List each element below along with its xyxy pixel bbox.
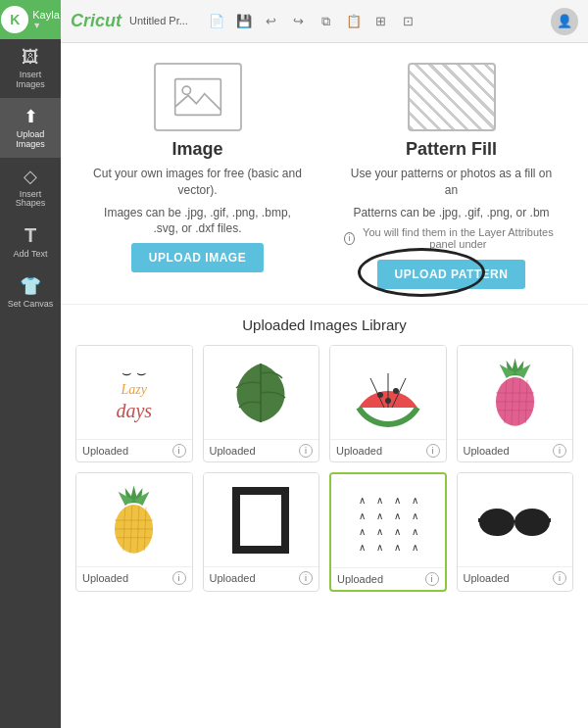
info-button-6[interactable]: i — [299, 571, 313, 585]
image-card-3[interactable]: Uploaded i — [329, 345, 447, 462]
sidebar-item-upload-images[interactable]: ⬆ UploadImages — [0, 98, 61, 158]
pattern-dots-icon: ∧ ∧ ∧ ∧ ∧ ∧ ∧ ∧ ∧ ∧ ∧ ∧ ∧ ∧ ∧ — [349, 482, 427, 560]
insert-images-icon: 🖼 — [22, 47, 39, 68]
sidebar: K Kayla ▼ 🖼 InsertImages ⬆ UploadImages … — [0, 0, 61, 728]
file-icon[interactable]: 📄 — [206, 11, 227, 32]
image-upload-option: Image Cut your own images for free (basi… — [90, 63, 305, 289]
image-thumb-6 — [204, 473, 319, 566]
sidebar-item-add-text[interactable]: T Add Text — [0, 217, 61, 267]
svg-text:∧: ∧ — [394, 510, 401, 521]
copy-icon[interactable]: ⧉ — [316, 11, 337, 32]
image-label-8: Uploaded — [464, 572, 510, 584]
svg-text:∧: ∧ — [359, 495, 366, 506]
toolbar: Cricut Untitled Pr... 📄 💾 ↩ ↪ ⧉ 📋 ⊞ ⊡ 👤 — [61, 0, 588, 43]
image-label-1: Uploaded — [82, 445, 128, 457]
svg-text:∧: ∧ — [376, 510, 383, 521]
pattern-icon-box — [408, 63, 496, 131]
pattern-title: Pattern Fill — [406, 139, 497, 160]
image-icon-box — [154, 63, 242, 131]
image-thumb-7: ∧ ∧ ∧ ∧ ∧ ∧ ∧ ∧ ∧ ∧ ∧ ∧ ∧ ∧ ∧ — [331, 474, 445, 567]
lazy-days-art: ⌣ ⌣ Lazy days — [116, 364, 152, 422]
upload-image-button[interactable]: UPLOAD IMAGE — [131, 243, 264, 272]
image-card-5[interactable]: Uploaded i — [75, 472, 193, 592]
image-card-footer-6: Uploaded i — [204, 566, 319, 589]
extra-icon[interactable]: ⊡ — [398, 11, 419, 32]
app-logo: Cricut — [71, 11, 122, 31]
upload-pattern-wrapper: UPLOAD PATTERN — [377, 260, 526, 289]
info-button-2[interactable]: i — [299, 444, 313, 458]
paste-icon[interactable]: 📋 — [343, 11, 365, 32]
toolbar-actions: 📄 💾 ↩ ↪ ⧉ 📋 ⊞ ⊡ — [206, 11, 419, 32]
sidebar-label-insert-images: InsertImages — [16, 71, 45, 90]
image-card-footer-8: Uploaded i — [458, 566, 573, 589]
image-card-footer-1: Uploaded i — [76, 439, 192, 461]
svg-text:∧: ∧ — [376, 526, 383, 537]
image-thumb-8 — [458, 473, 573, 566]
info-button-7[interactable]: i — [425, 572, 439, 586]
svg-text:∧: ∧ — [412, 510, 418, 521]
svg-text:∧: ∧ — [412, 526, 418, 537]
pattern-upload-option: Pattern Fill Use your patterns or photos… — [344, 63, 559, 289]
svg-text:∧: ∧ — [394, 526, 401, 537]
image-thumb-2 — [204, 346, 319, 439]
image-card-footer-2: Uploaded i — [204, 439, 319, 461]
info-button-4[interactable]: i — [553, 444, 566, 458]
image-card-8[interactable]: Uploaded i — [457, 472, 574, 592]
upload-options: Image Cut your own images for free (basi… — [90, 63, 559, 289]
image-card-4[interactable]: Uploaded i — [457, 345, 574, 462]
redo-icon[interactable]: ↪ — [288, 11, 310, 32]
upload-section: Image Cut your own images for free (basi… — [61, 43, 588, 305]
info-button-3[interactable]: i — [426, 444, 440, 458]
image-desc: Cut your own images for free (basic and … — [90, 166, 305, 199]
sidebar-item-set-canvas[interactable]: 👕 Set Canvas — [0, 267, 61, 317]
svg-text:∧: ∧ — [359, 526, 366, 537]
svg-point-5 — [377, 392, 383, 398]
user-profile[interactable]: K Kayla ▼ — [0, 0, 61, 39]
sidebar-label-set-canvas: Set Canvas — [8, 300, 54, 310]
svg-point-6 — [393, 388, 399, 394]
svg-rect-24 — [236, 491, 285, 550]
library-title: Uploaded Images Library — [75, 316, 573, 333]
image-card-7[interactable]: ∧ ∧ ∧ ∧ ∧ ∧ ∧ ∧ ∧ ∧ ∧ ∧ ∧ ∧ ∧ — [329, 472, 447, 592]
user-name: Kayla — [32, 9, 60, 21]
leaf-icon — [221, 354, 300, 432]
image-card-footer-7: Uploaded i — [331, 567, 445, 590]
sidebar-item-insert-images[interactable]: 🖼 InsertImages — [0, 39, 61, 98]
pattern-formats: Patterns can be .jpg, .gif, .png, or .bm — [353, 205, 549, 221]
upload-pattern-button[interactable]: UPLOAD PATTERN — [377, 260, 526, 289]
image-label-3: Uploaded — [336, 445, 382, 457]
save-icon[interactable]: 💾 — [233, 11, 255, 32]
info-button-8[interactable]: i — [553, 571, 566, 585]
image-card-1[interactable]: ⌣ ⌣ Lazy days Uploaded i — [75, 345, 193, 462]
insert-shapes-icon: ◇ — [24, 166, 37, 187]
app-title: Untitled Pr... — [129, 16, 188, 26]
pineapple-yellow-icon — [99, 481, 169, 559]
svg-text:∧: ∧ — [412, 542, 418, 553]
sidebar-label-upload-images: UploadImages — [16, 130, 45, 150]
svg-text:∧: ∧ — [394, 495, 401, 506]
set-canvas-icon: 👕 — [20, 275, 41, 297]
sidebar-label-add-text: Add Text — [14, 250, 48, 260]
image-label-7: Uploaded — [337, 573, 383, 585]
info-button-1[interactable]: i — [172, 444, 186, 458]
sidebar-item-insert-shapes[interactable]: ◇ InsertShapes — [0, 158, 61, 218]
svg-rect-0 — [174, 79, 220, 116]
image-formats: Images can be .jpg, .gif, .png, .bmp, .s… — [90, 205, 305, 238]
image-thumb-4 — [458, 346, 573, 439]
image-card-footer-4: Uploaded i — [458, 439, 573, 461]
image-label-2: Uploaded — [210, 445, 256, 457]
undo-icon[interactable]: ↩ — [261, 11, 282, 32]
svg-text:∧: ∧ — [359, 542, 366, 553]
image-label-6: Uploaded — [210, 572, 256, 584]
image-card-footer-3: Uploaded i — [330, 439, 446, 461]
user-icon[interactable]: 👤 — [551, 8, 578, 35]
svg-text:∧: ∧ — [394, 542, 401, 553]
image-grid: ⌣ ⌣ Lazy days Uploaded i — [75, 345, 573, 592]
align-icon[interactable]: ⊞ — [370, 11, 392, 32]
info-button-5[interactable]: i — [172, 571, 186, 585]
image-card-6[interactable]: Uploaded i — [203, 472, 320, 592]
svg-point-1 — [182, 86, 190, 94]
svg-point-7 — [385, 398, 391, 404]
image-title: Image — [172, 139, 222, 160]
image-card-2[interactable]: Uploaded i — [203, 345, 320, 462]
